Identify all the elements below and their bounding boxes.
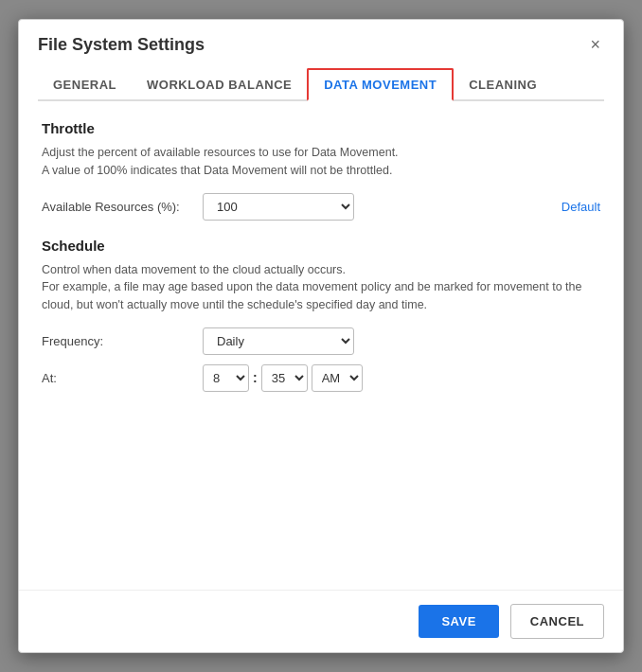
cancel-button[interactable]: CANCEL (510, 604, 604, 639)
throttle-desc-line2: A value of 100% indicates that Data Move… (42, 164, 392, 177)
available-resources-row: Available Resources (%): 100 75 50 25 De… (42, 193, 600, 221)
tab-bar: GENERAL WORKLOAD BALANCE DATA MOVEMENT C… (38, 66, 604, 101)
at-label: At: (42, 371, 203, 385)
at-row: At: 8 9 10 : 35 00 15 30 45 AM PM (42, 364, 600, 392)
default-link[interactable]: Default (562, 200, 600, 214)
ampm-select[interactable]: AM PM (312, 364, 363, 392)
schedule-section-title: Schedule (42, 238, 600, 254)
file-system-settings-dialog: File System Settings × GENERAL WORKLOAD … (18, 19, 624, 653)
tab-data-movement[interactable]: DATA MOVEMENT (307, 68, 454, 101)
tab-workload-balance[interactable]: WORKLOAD BALANCE (132, 68, 307, 101)
throttle-desc: Adjust the percent of available resource… (42, 144, 600, 180)
save-button[interactable]: SAVE (419, 605, 498, 638)
minute-select[interactable]: 35 00 15 30 45 (261, 364, 308, 392)
frequency-row: Frequency: Daily Weekly Monthly (42, 327, 600, 355)
tab-content: Throttle Adjust the percent of available… (19, 101, 623, 590)
schedule-desc: Control when data movement to the cloud … (42, 261, 600, 314)
time-colon: : (253, 370, 258, 385)
close-button[interactable]: × (586, 35, 604, 55)
tab-general[interactable]: GENERAL (38, 68, 132, 101)
frequency-select[interactable]: Daily Weekly Monthly (203, 327, 354, 355)
tab-cleaning[interactable]: CLEANING (454, 68, 552, 101)
schedule-desc-line3: cloud, but won't actually move until the… (42, 298, 427, 311)
hour-select[interactable]: 8 9 10 (203, 364, 249, 392)
dialog-title: File System Settings (38, 35, 205, 55)
available-resources-select[interactable]: 100 75 50 25 (203, 193, 354, 221)
schedule-desc-line1: Control when data movement to the cloud … (42, 263, 346, 276)
dialog-header: File System Settings × (19, 20, 623, 55)
frequency-label: Frequency: (42, 334, 203, 348)
time-row: 8 9 10 : 35 00 15 30 45 AM PM (203, 364, 363, 392)
throttle-section-title: Throttle (42, 120, 600, 136)
dialog-footer: SAVE CANCEL (19, 590, 623, 652)
available-resources-label: Available Resources (%): (42, 200, 203, 214)
schedule-desc-line2: For example, a file may age based upon t… (42, 280, 581, 293)
throttle-desc-line1: Adjust the percent of available resource… (42, 146, 399, 159)
